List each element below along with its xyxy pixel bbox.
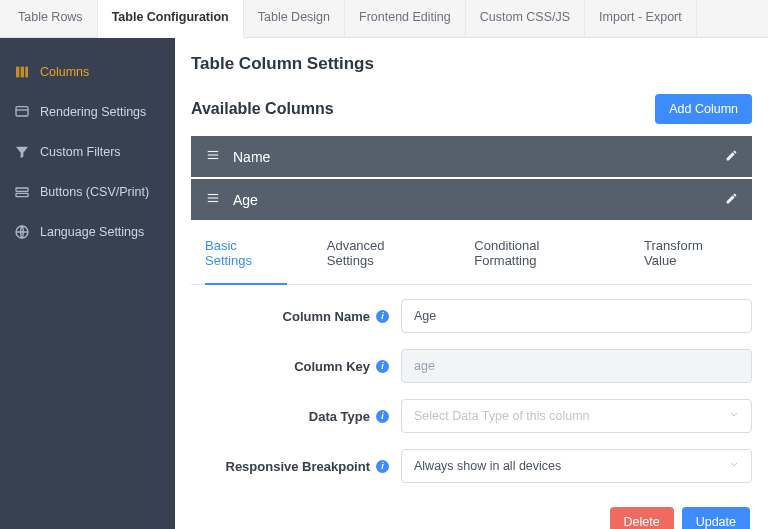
breakpoint-select[interactable]: Always show in all devices bbox=[401, 449, 752, 483]
sidebar-item-label: Language Settings bbox=[40, 225, 144, 239]
sidebar-item-4[interactable]: Language Settings bbox=[0, 212, 175, 252]
column-key-input bbox=[401, 349, 752, 383]
inner-tab-3[interactable]: Transform Value bbox=[644, 238, 738, 274]
top-tab-4[interactable]: Custom CSS/JS bbox=[466, 0, 585, 37]
top-tab-2[interactable]: Table Design bbox=[244, 0, 345, 37]
column-bar-label: Age bbox=[233, 192, 258, 208]
svg-rect-1 bbox=[21, 67, 24, 78]
page-title: Table Column Settings bbox=[191, 54, 752, 74]
top-tab-0[interactable]: Table Rows bbox=[4, 0, 98, 37]
info-icon[interactable]: i bbox=[376, 460, 389, 473]
sidebar-item-label: Custom Filters bbox=[40, 145, 121, 159]
column-bar-label: Name bbox=[233, 149, 270, 165]
top-tabs: Table RowsTable ConfigurationTable Desig… bbox=[0, 0, 768, 38]
sidebar: ColumnsRendering SettingsCustom FiltersB… bbox=[0, 38, 175, 529]
top-tab-1[interactable]: Table Configuration bbox=[98, 0, 244, 38]
sidebar-item-label: Buttons (CSV/Print) bbox=[40, 185, 149, 199]
svg-rect-0 bbox=[16, 67, 19, 78]
buttons-icon bbox=[14, 184, 30, 200]
drag-handle-icon[interactable] bbox=[205, 148, 221, 165]
inner-tab-0[interactable]: Basic Settings bbox=[205, 238, 287, 285]
svg-rect-5 bbox=[16, 188, 28, 191]
sidebar-item-3[interactable]: Buttons (CSV/Print) bbox=[0, 172, 175, 212]
svg-rect-6 bbox=[16, 193, 28, 196]
top-tab-3[interactable]: Frontend Editing bbox=[345, 0, 466, 37]
main-panel: Table Column Settings Available Columns … bbox=[175, 38, 768, 529]
column-bar-1[interactable]: Age bbox=[191, 179, 752, 220]
columns-icon bbox=[14, 64, 30, 80]
edit-icon[interactable] bbox=[725, 149, 738, 165]
inner-tabs: Basic SettingsAdvanced SettingsCondition… bbox=[191, 222, 752, 285]
sidebar-item-1[interactable]: Rendering Settings bbox=[0, 92, 175, 132]
available-columns-title: Available Columns bbox=[191, 100, 334, 118]
edit-icon[interactable] bbox=[725, 192, 738, 208]
add-column-button[interactable]: Add Column bbox=[655, 94, 752, 124]
info-icon[interactable]: i bbox=[376, 410, 389, 423]
top-tab-5[interactable]: Import - Export bbox=[585, 0, 697, 37]
filter-icon bbox=[14, 144, 30, 160]
breakpoint-label: Responsive Breakpoint bbox=[226, 459, 371, 474]
column-name-input[interactable] bbox=[401, 299, 752, 333]
column-bar-0[interactable]: Name bbox=[191, 136, 752, 177]
svg-rect-3 bbox=[16, 107, 28, 116]
data-type-label: Data Type bbox=[309, 409, 370, 424]
svg-rect-2 bbox=[25, 67, 28, 78]
column-name-label: Column Name bbox=[283, 309, 370, 324]
sidebar-item-label: Rendering Settings bbox=[40, 105, 146, 119]
info-icon[interactable]: i bbox=[376, 360, 389, 373]
render-icon bbox=[14, 104, 30, 120]
info-icon[interactable]: i bbox=[376, 310, 389, 323]
update-button[interactable]: Update bbox=[682, 507, 750, 529]
sidebar-item-label: Columns bbox=[40, 65, 89, 79]
delete-button[interactable]: Delete bbox=[610, 507, 674, 529]
sidebar-item-2[interactable]: Custom Filters bbox=[0, 132, 175, 172]
column-key-label: Column Key bbox=[294, 359, 370, 374]
inner-tab-2[interactable]: Conditional Formatting bbox=[474, 238, 604, 274]
inner-tab-1[interactable]: Advanced Settings bbox=[327, 238, 435, 274]
language-icon bbox=[14, 224, 30, 240]
sidebar-item-0[interactable]: Columns bbox=[0, 52, 175, 92]
drag-handle-icon[interactable] bbox=[205, 191, 221, 208]
data-type-select[interactable]: Select Data Type of this column bbox=[401, 399, 752, 433]
